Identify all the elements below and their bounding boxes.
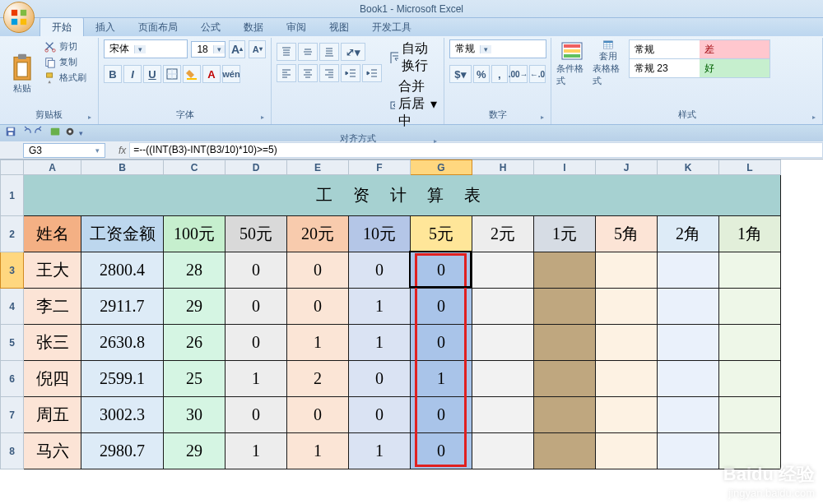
comma-button[interactable]: , [491, 65, 508, 83]
data-cell[interactable] [658, 433, 719, 469]
fill-color-button[interactable] [183, 65, 201, 83]
name-box[interactable]: G3▾ [23, 143, 105, 158]
data-cell[interactable] [658, 252, 719, 289]
data-cell[interactable]: 1 [287, 433, 349, 469]
save-icon[interactable] [5, 126, 16, 141]
data-cell[interactable]: 0 [411, 325, 472, 361]
data-cell[interactable] [658, 289, 719, 325]
row-header[interactable]: 4 [1, 289, 24, 325]
tab-审阅[interactable]: 审阅 [275, 17, 318, 36]
font-size-combo[interactable]: 18▾ [191, 41, 225, 58]
data-cell[interactable]: 0 [287, 289, 349, 325]
data-cell[interactable] [472, 252, 534, 289]
header-cell[interactable]: 2角 [658, 216, 719, 252]
increase-indent-button[interactable] [362, 64, 382, 82]
style-normal[interactable]: 常规 [630, 40, 700, 58]
format-painter-button[interactable]: 格式刷 [43, 71, 88, 85]
data-cell[interactable]: 29 [164, 433, 226, 469]
column-header[interactable]: D [226, 160, 287, 175]
font-name-combo[interactable]: 宋体▾ [104, 39, 188, 58]
column-header[interactable]: K [658, 160, 719, 175]
row-header[interactable]: 1 [1, 175, 24, 216]
data-cell[interactable] [534, 361, 596, 397]
data-cell[interactable] [596, 433, 658, 469]
header-cell[interactable]: 2元 [472, 216, 534, 252]
conditional-format-button[interactable]: 条件格式 [556, 39, 588, 87]
data-cell[interactable]: 0 [226, 252, 287, 289]
italic-button[interactable]: I [123, 65, 142, 83]
header-cell[interactable]: 5角 [596, 216, 658, 252]
bold-button[interactable]: B [104, 65, 122, 83]
column-header[interactable]: A [24, 160, 81, 175]
decrease-indent-button[interactable] [341, 64, 360, 82]
header-cell[interactable]: 20元 [287, 216, 349, 252]
header-cell[interactable]: 10元 [349, 216, 411, 252]
undo-icon[interactable] [20, 126, 31, 141]
data-cell[interactable]: 1 [226, 433, 287, 469]
orientation-button[interactable]: ⤢▾ [341, 43, 365, 61]
number-format-combo[interactable]: 常规▾ [449, 39, 546, 58]
data-cell[interactable] [596, 289, 658, 325]
underline-button[interactable]: U [143, 65, 161, 83]
data-cell[interactable]: 3002.3 [81, 397, 164, 433]
formula-input[interactable]: =--((INT(B3)-INT(B3/10)*10)>=5) [129, 142, 823, 158]
data-cell[interactable] [534, 397, 596, 433]
data-cell[interactable]: 2800.4 [81, 252, 164, 289]
data-cell[interactable]: 马六 [24, 433, 81, 469]
data-cell[interactable] [472, 361, 534, 397]
data-cell[interactable]: 26 [164, 325, 226, 361]
data-cell[interactable]: 0 [411, 397, 472, 433]
data-cell[interactable] [534, 325, 596, 361]
header-cell[interactable]: 1元 [534, 216, 596, 252]
merge-center-button[interactable]: 合并后居中▾ [388, 77, 439, 131]
format-as-table-button[interactable]: 套用 表格格式 [593, 39, 624, 87]
header-cell[interactable]: 工资金额 [81, 216, 164, 252]
data-cell[interactable] [596, 252, 658, 289]
data-cell[interactable]: 0 [411, 252, 472, 289]
qat-icon[interactable] [64, 126, 76, 141]
data-cell[interactable]: 李二 [24, 289, 81, 325]
header-cell[interactable]: 50元 [226, 216, 287, 252]
data-cell[interactable]: 30 [164, 397, 226, 433]
align-middle-button[interactable] [298, 43, 318, 61]
data-cell[interactable] [658, 397, 719, 433]
data-cell[interactable]: 0 [287, 397, 349, 433]
data-cell[interactable]: 0 [287, 252, 349, 289]
decrease-decimal-button[interactable]: ←.0 [529, 65, 546, 83]
data-cell[interactable]: 28 [164, 252, 226, 289]
data-cell[interactable] [596, 361, 658, 397]
fx-icon[interactable]: fx [119, 145, 126, 156]
data-cell[interactable]: 0 [349, 252, 411, 289]
data-cell[interactable]: 周五 [24, 397, 81, 433]
column-header[interactable]: L [719, 160, 781, 175]
data-cell[interactable] [658, 325, 719, 361]
column-header[interactable]: I [534, 160, 596, 175]
data-cell[interactable]: 2630.8 [81, 325, 164, 361]
phonetic-button[interactable]: wén [222, 65, 240, 83]
data-cell[interactable] [472, 325, 534, 361]
row-header[interactable]: 6 [1, 361, 24, 397]
align-left-button[interactable] [277, 64, 296, 82]
office-button[interactable] [3, 2, 35, 33]
data-cell[interactable]: 2980.7 [81, 433, 164, 469]
tab-开始[interactable]: 开始 [40, 16, 84, 36]
font-color-button[interactable]: A [202, 65, 221, 83]
data-cell[interactable] [472, 397, 534, 433]
data-cell[interactable] [719, 397, 781, 433]
data-cell[interactable] [658, 361, 719, 397]
header-cell[interactable]: 5元 [411, 216, 472, 252]
column-header[interactable]: F [349, 160, 411, 175]
data-cell[interactable]: 张三 [24, 325, 81, 361]
data-cell[interactable] [534, 289, 596, 325]
data-cell[interactable] [719, 361, 781, 397]
data-cell[interactable]: 0 [349, 361, 411, 397]
worksheet[interactable]: ABCDEFGHIJKL1工 资 计 算 表2姓名工资金额100元50元20元1… [0, 160, 823, 469]
row-header[interactable]: 7 [1, 397, 24, 433]
cell-styles-gallery[interactable]: 常规 差 [629, 39, 770, 59]
increase-font-button[interactable]: A▴ [229, 40, 246, 58]
accounting-format-button[interactable]: $▾ [449, 65, 472, 83]
decrease-font-button[interactable]: A▾ [249, 40, 266, 58]
data-cell[interactable]: 1 [226, 361, 287, 397]
wrap-text-button[interactable]: 自动换行 [388, 39, 439, 76]
row-header[interactable]: 2 [1, 216, 24, 252]
